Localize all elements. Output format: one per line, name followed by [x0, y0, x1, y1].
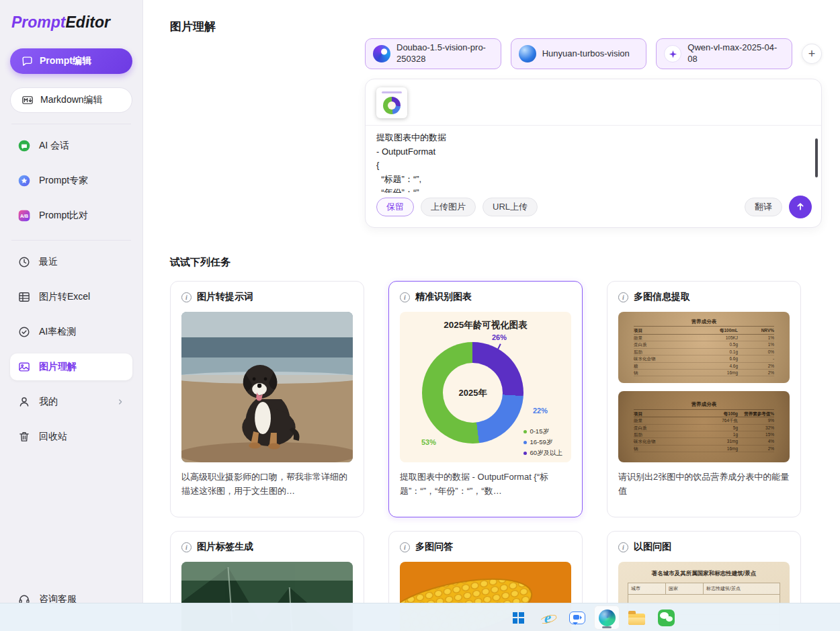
model-chip-qwen[interactable]: Qwen-vl-max-2025-04-08 — [656, 38, 792, 69]
hunyuan-logo-icon — [519, 45, 536, 62]
model-chip-doubao[interactable]: Doubao-1.5-vision-pro-250328 — [365, 38, 501, 69]
svg-text:A/B: A/B — [20, 214, 28, 219]
prompt-text-input[interactable]: 提取图表中的数据 - OutputFormat { “标题”：“”, “年份”：… — [366, 126, 821, 193]
chat-bubble-icon — [20, 54, 34, 68]
task-card-title: 以图问图 — [634, 541, 671, 553]
city-table-title: 著名城市及其所属国家和标志性建筑/景点 — [628, 570, 780, 578]
legend-dot — [523, 441, 527, 444]
chart-value-label: 53% — [421, 438, 436, 446]
file-explorer-icon — [628, 614, 645, 625]
model-name: Hunyuan-turbos-vision — [542, 48, 639, 60]
task-card-title: 多图问答 — [415, 541, 453, 553]
sidebar-item-recent[interactable]: 最近 — [10, 249, 132, 276]
table-icon — [17, 290, 31, 304]
nutrition-table-rows: 项目每100g营养素参考值%能量764千焦9%蛋白质5g32%脂肪1g15%碳水… — [634, 411, 774, 453]
microsoft-edge-button[interactable] — [594, 605, 620, 630]
prompt-edit-button[interactable]: Prompt编辑 — [10, 48, 132, 74]
sidebar-item-label: 图片理解 — [39, 361, 77, 373]
age-chart-image: 2025年龄可视化图表 2025年 26% 22% 53% 0-15岁 16-5… — [400, 312, 571, 462]
internet-explorer-button[interactable]: e — [535, 605, 560, 630]
donut-center-label: 2025年 — [443, 363, 503, 423]
sidebar-item-image-to-excel[interactable]: 图片转Excel — [10, 284, 132, 310]
info-icon: i — [400, 292, 410, 302]
task-card-image-to-prompt[interactable]: i 图片转提示词 — [170, 281, 364, 517]
up-arrow-icon — [795, 201, 806, 214]
logo-prompt: Prompt — [11, 13, 66, 31]
tasks-section-title: 试试下列任务 — [170, 256, 822, 269]
ab-compare-icon: A/B — [17, 209, 31, 222]
legend-dot — [523, 430, 527, 433]
sidebar-item-prompt-compare[interactable]: A/B Prompt比对 — [10, 202, 132, 229]
windows-start-button[interactable] — [505, 605, 531, 630]
translate-button[interactable]: 翻译 — [745, 198, 782, 216]
chat-app-button[interactable] — [564, 605, 590, 630]
thumbnail-title-bar — [382, 91, 402, 93]
markdown-icon — [21, 93, 34, 107]
sidebar-item-label: 我的 — [39, 396, 58, 408]
logo-editor: Editor — [66, 13, 110, 31]
sidebar-item-ai-chat[interactable]: AI 会话 — [10, 132, 132, 159]
sidebar-item-label: 图片转Excel — [39, 291, 90, 303]
app-window: PromptEditor Prompt编辑 Markdown编辑 AI 会话 — [0, 0, 840, 631]
info-icon: i — [400, 542, 410, 552]
microsoft-edge-icon — [599, 609, 616, 626]
model-chip-hunyuan[interactable]: Hunyuan-turbos-vision — [511, 38, 647, 69]
task-card-multi-image-extraction[interactable]: i 多图信息提取 营养成分表 项目每100mLNRV%能量105KJ1%蛋白质0… — [607, 281, 801, 517]
send-button[interactable] — [789, 196, 812, 218]
task-card-description: 提取图表中的数据 - OutputFormat {“标题”：“”，“年份”：“”… — [400, 470, 571, 498]
donut-chart: 2025年 — [422, 342, 523, 444]
sidebar-item-image-understanding[interactable]: 图片理解 — [10, 353, 132, 380]
chart-value-label: 22% — [533, 407, 548, 415]
info-icon: i — [618, 292, 628, 302]
taskbar: e — [0, 603, 840, 631]
task-card-title: 图片转提示词 — [197, 291, 253, 303]
task-card-title: 图片标签生成 — [197, 541, 253, 553]
sidebar-item-label: Prompt专家 — [39, 175, 88, 187]
nutrition-table-rows: 项目每100mLNRV%能量105KJ1%蛋白质0.5g1%脂肪0.1g0%碳水… — [634, 327, 774, 376]
internet-explorer-icon: e — [539, 609, 556, 626]
keep-button[interactable]: 保留 — [376, 198, 414, 216]
prompt-image-thumbnail[interactable] — [376, 87, 407, 118]
sidebar-item-label: AI 会话 — [39, 140, 69, 152]
sidebar: PromptEditor Prompt编辑 Markdown编辑 AI 会话 — [0, 0, 143, 631]
prompt-scrollbar[interactable] — [815, 138, 818, 177]
legend-label: 60岁及以上 — [530, 449, 562, 458]
sidebar-item-mine[interactable]: 我的 — [10, 388, 132, 415]
chart-value-label: 26% — [492, 333, 507, 341]
windows-logo-icon — [513, 612, 524, 624]
file-explorer-button[interactable] — [624, 605, 649, 630]
model-name: Qwen-vl-max-2025-04-08 — [687, 42, 784, 65]
legend-dot — [523, 452, 527, 455]
page-title: 图片理解 — [170, 19, 822, 34]
wechat-icon — [658, 609, 675, 626]
task-card-title: 多图信息提取 — [634, 291, 690, 303]
info-icon: i — [181, 542, 192, 552]
sidebar-item-ai-rate-check[interactable]: AI率检测 — [10, 319, 132, 345]
sidebar-item-prompt-expert[interactable]: Prompt专家 — [10, 167, 132, 194]
person-icon — [17, 395, 31, 409]
sidebar-divider — [11, 124, 131, 124]
url-upload-button[interactable]: URL上传 — [482, 198, 538, 216]
sidebar-item-recycle-bin[interactable]: 回收站 — [10, 423, 132, 450]
nutrition-table-title: 营养成分表 — [634, 401, 774, 410]
city-table-header-cell: 标志性建筑/景点 — [704, 583, 780, 594]
doubao-logo-icon — [373, 45, 390, 62]
nutrition-label-photo-2: 营养成分表 项目每100g营养素参考值%能量764千焦9%蛋白质5g32%脂肪1… — [618, 391, 790, 462]
prompt-card: 提取图表中的数据 - OutputFormat { “标题”：“”, “年份”：… — [365, 79, 822, 228]
trash-icon — [17, 430, 31, 444]
sidebar-item-label: 回收站 — [39, 431, 67, 443]
prompt-edit-label: Prompt编辑 — [40, 55, 91, 67]
nutrition-label-photo-1: 营养成分表 项目每100mLNRV%能量105KJ1%蛋白质0.5g1%脂肪0.… — [618, 312, 790, 383]
task-card-chart-recognition[interactable]: i 精准识别图表 2025年龄可视化图表 2025年 26% 22% 53% 0… — [388, 281, 583, 517]
upload-image-button[interactable]: 上传图片 — [421, 198, 476, 216]
thumbnail-donut-hole — [388, 101, 396, 110]
markdown-edit-label: Markdown编辑 — [40, 94, 103, 106]
wechat-button[interactable] — [653, 605, 679, 630]
add-model-button[interactable]: + — [802, 44, 822, 64]
sidebar-item-label: AI率检测 — [39, 326, 76, 338]
legend-label: 0-15岁 — [530, 427, 549, 436]
sidebar-item-label: Prompt比对 — [39, 210, 88, 222]
info-icon: i — [618, 542, 628, 552]
city-table-header-cell: 城市 — [628, 583, 666, 594]
markdown-edit-button[interactable]: Markdown编辑 — [10, 87, 132, 113]
